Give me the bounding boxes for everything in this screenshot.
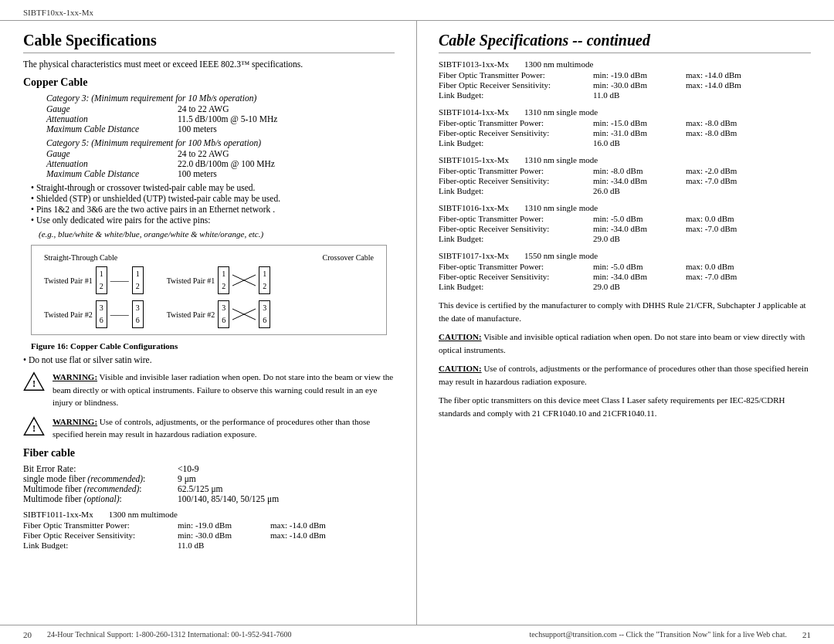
cat3-attenuation-value: 11.5 dB/100m @ 5-10 MHz bbox=[178, 114, 395, 124]
fiber-1015-rx-label: Fiber-optic Receiver Sensitivity: bbox=[439, 176, 593, 185]
straight-pair2-box: 36 bbox=[96, 300, 107, 328]
cross-pair2-box: 36 bbox=[218, 300, 229, 328]
crossover-lines2-icon bbox=[232, 303, 256, 326]
fiber-singlemode: single mode fiber (recommended): 9 μm bbox=[23, 474, 395, 483]
straight-diagram: Twisted Pair #1 12 —— 12 Twisted P bbox=[44, 266, 144, 328]
fiber-1017-rx-min: min: -34.0 dBm bbox=[593, 272, 670, 281]
fiber-specs: Bit Error Rate: <10-9 single mode fiber … bbox=[23, 464, 395, 503]
fiber-1017-mode: 1550 nm single mode bbox=[524, 251, 598, 260]
fiber-1014-tx-min: min: -15.0 dBm bbox=[593, 118, 670, 127]
fiber-1017-rx-values: min: -34.0 dBm max: -7.0 dBm bbox=[593, 272, 737, 281]
notice-2: The fiber optic transmitters on this dev… bbox=[439, 394, 811, 419]
warning-block-1: ! WARNING: Visible and invisible laser r… bbox=[23, 371, 395, 409]
fiber-1011-rx-max: max: -14.0 dBm bbox=[270, 530, 326, 540]
fiber-1014-link-value: 16.0 dB bbox=[593, 138, 620, 147]
warning-text-1: WARNING: Visible and invisible laser rad… bbox=[53, 371, 395, 409]
bullet-2: • Shielded (STP) or unshielded (UTP) twi… bbox=[31, 194, 395, 203]
fiber-1015-tx: Fiber-optic Transmitter Power: min: -8.0… bbox=[439, 166, 811, 175]
warning-label-2: WARNING: bbox=[53, 417, 97, 426]
left-subtitle: The physical characteristics must meet o… bbox=[23, 59, 395, 69]
fiber-1015-tx-values: min: -8.0 dBm max: -2.0 dBm bbox=[593, 166, 737, 175]
fiber-1015-tx-label: Fiber-optic Transmitter Power: bbox=[439, 166, 593, 175]
fiber-model-1015: SIBTF1015-1xx-Mx 1310 nm single mode Fib… bbox=[439, 155, 811, 195]
straight-pair2-box-r: 36 bbox=[132, 300, 144, 328]
cat3-attenuation-label: Attenuation bbox=[46, 114, 178, 124]
caution-label-1: CAUTION: bbox=[439, 332, 482, 341]
fiber-1011-rx-values: min: -30.0 dBm max: -14.0 dBm bbox=[178, 530, 326, 540]
fiber-1016-link: Link Budget: 29.0 dB bbox=[439, 234, 811, 243]
fiber-1017-tx-label: Fiber-optic Transmitter Power: bbox=[439, 262, 593, 271]
notice-1: This device is certified by the manufact… bbox=[439, 299, 811, 324]
fiber-1015-id: SIBTF1015-1xx-Mx bbox=[439, 155, 509, 164]
fiber-1013-header: SIBTF1013-1xx-Mx 1300 nm multimode bbox=[439, 59, 811, 69]
fiber-1017-link: Link Budget: 29.0 dB bbox=[439, 282, 811, 291]
warning-label-1: WARNING: bbox=[53, 372, 97, 381]
warning-icon-1: ! bbox=[23, 371, 45, 394]
cat3-distance-value: 100 meters bbox=[178, 124, 395, 134]
fiber-model-1014: SIBTF1014-1xx-Mx 1310 nm single mode Fib… bbox=[439, 107, 811, 147]
fiber-1016-link-value: 29.0 dB bbox=[593, 234, 620, 243]
fiber-1016-rx-values: min: -34.0 dBm max: -7.0 dBm bbox=[593, 224, 737, 233]
fiber-model-1011: SIBTF1011-1xx-Mx 1300 nm multimode Fiber… bbox=[23, 510, 395, 550]
cat5-attenuation-label: Attenuation bbox=[46, 159, 178, 168]
fiber-1017-rx-max: max: -7.0 dBm bbox=[686, 272, 737, 281]
straight-pair1: Twisted Pair #1 12 —— 12 bbox=[44, 266, 144, 294]
fiber-1017-header: SIBTF1017-1xx-Mx 1550 nm single mode bbox=[439, 251, 811, 260]
caution-1: CAUTION: Visible and invisible optical r… bbox=[439, 330, 811, 356]
fiber-multimode: Multimode fiber (recommended): 62.5/125 … bbox=[23, 484, 395, 493]
bullet-1: • Straight-through or crossover twisted-… bbox=[31, 183, 395, 192]
fiber-1013-rx-label: Fiber Optic Receiver Sensitivity: bbox=[439, 80, 593, 90]
caution-label-2: CAUTION: bbox=[439, 364, 482, 373]
fiber-1011-rx-min: min: -30.0 dBm bbox=[178, 530, 255, 540]
cat3-specs: Category 3: (Minimum requirement for 10 … bbox=[46, 93, 395, 134]
fiber-1011-tx: Fiber Optic Transmitter Power: min: -19.… bbox=[23, 520, 395, 530]
fiber-1011-tx-max: max: -14.0 dBm bbox=[270, 520, 326, 530]
warning-triangle-icon: ! bbox=[23, 371, 45, 392]
fiber-1013-rx-values: min: -30.0 dBm max: -14.0 dBm bbox=[593, 80, 741, 90]
straight-label: Straight-Through Cable bbox=[44, 253, 117, 262]
right-column: Cable Specifications -- continued SIBTF1… bbox=[417, 21, 834, 625]
fiber-1016-rx-max: max: -7.0 dBm bbox=[686, 224, 737, 233]
warning-block-2: ! WARNING: Use of controls, adjustments,… bbox=[23, 415, 395, 441]
fiber-singlemode-value: 9 μm bbox=[178, 474, 196, 483]
content-area: Cable Specifications The physical charac… bbox=[0, 21, 834, 625]
cross-pair1: Twisted Pair #1 12 12 bbox=[167, 266, 271, 294]
fiber-1011-tx-label: Fiber Optic Transmitter Power: bbox=[23, 520, 178, 530]
cross-pair2-box-r: 36 bbox=[259, 300, 270, 328]
fiber-1014-link: Link Budget: 16.0 dB bbox=[439, 138, 811, 147]
fiber-1014-rx-values: min: -31.0 dBm max: -8.0 dBm bbox=[593, 128, 737, 137]
figure-caption: Figure 16: Copper Cable Configurations bbox=[31, 341, 387, 351]
cat5-attenuation: Attenuation 22.0 dB/100m @ 100 MHz bbox=[46, 159, 395, 168]
warning-icon-2: ! bbox=[23, 415, 45, 439]
fiber-1016-rx-label: Fiber-optic Receiver Sensitivity: bbox=[439, 224, 593, 233]
fiber-1014-rx-max: max: -8.0 dBm bbox=[686, 128, 737, 137]
fiber-multimode-value: 62.5/125 μm bbox=[178, 484, 223, 493]
fiber-1014-tx-values: min: -15.0 dBm max: -8.0 dBm bbox=[593, 118, 737, 127]
fiber-1013-rx: Fiber Optic Receiver Sensitivity: min: -… bbox=[439, 80, 811, 90]
fiber-1017-link-value: 29.0 dB bbox=[593, 282, 620, 291]
footer: 20 24-Hour Technical Support: 1-800-260-… bbox=[0, 625, 834, 644]
fiber-1015-tx-max: max: -2.0 dBm bbox=[686, 166, 737, 175]
fiber-1016-header: SIBTF1016-1xx-Mx 1310 nm single mode bbox=[439, 203, 811, 212]
warning-text-2: WARNING: Use of controls, adjustments, o… bbox=[53, 415, 395, 441]
fiber-1011-rx: Fiber Optic Receiver Sensitivity: min: -… bbox=[23, 530, 395, 540]
straight-pair1-box-r: 12 bbox=[132, 266, 144, 294]
fiber-multimode-label: Multimode fiber (recommended): bbox=[23, 484, 178, 493]
straight-pair1-box: 12 bbox=[96, 266, 107, 294]
cat5-header: Category 5: (Minimum requirement for 100… bbox=[46, 138, 395, 147]
cross-pair2: Twisted Pair #2 36 36 bbox=[167, 300, 271, 328]
fiber-1015-rx-min: min: -34.0 dBm bbox=[593, 176, 670, 185]
fiber-1015-mode: 1310 nm single mode bbox=[524, 155, 598, 164]
fiber-1013-tx: Fiber Optic Transmitter Power: min: -19.… bbox=[439, 70, 811, 80]
fiber-1013-link-value: 11.0 dB bbox=[593, 90, 619, 100]
fiber-1015-rx-max: max: -7.0 dBm bbox=[686, 176, 737, 185]
cat3-gauge-value: 24 to 22 AWG bbox=[178, 104, 395, 114]
fiber-1017-rx: Fiber-optic Receiver Sensitivity: min: -… bbox=[439, 272, 811, 281]
fiber-1013-tx-values: min: -19.0 dBm max: -14.0 dBm bbox=[593, 70, 741, 80]
copper-bullets: • Straight-through or crossover twisted-… bbox=[31, 183, 395, 225]
fiber-1013-tx-label: Fiber Optic Transmitter Power: bbox=[439, 70, 593, 80]
fiber-1013-rx-min: min: -30.0 dBm bbox=[593, 80, 670, 90]
fiber-ber-value: <10-9 bbox=[178, 464, 199, 473]
fiber-1011-rx-label: Fiber Optic Receiver Sensitivity: bbox=[23, 530, 178, 540]
fiber-1015-tx-min: min: -8.0 dBm bbox=[593, 166, 670, 175]
